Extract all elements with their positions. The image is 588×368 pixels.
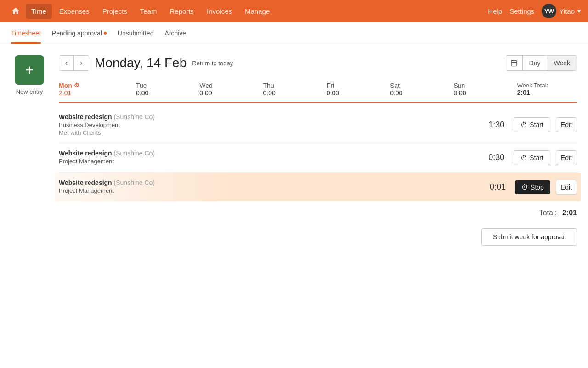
- edit-button-2[interactable]: Edit: [556, 150, 577, 165]
- week-day-sun: Sun: [453, 82, 465, 89]
- entry-info-2: Website redesign (Sunshine Co) Project M…: [59, 150, 478, 166]
- entry-note-1: Met with Clients: [59, 129, 478, 136]
- submit-area: Submit week for approval: [59, 228, 577, 246]
- edit-button-1[interactable]: Edit: [556, 117, 577, 132]
- nav-projects[interactable]: Projects: [97, 4, 133, 19]
- nav-reports[interactable]: Reports: [164, 4, 200, 19]
- week-hours-mon: 2:01: [59, 89, 71, 97]
- entry-time-3: 0:01: [483, 182, 506, 192]
- time-entry-1: Website redesign (Sunshine Co) Business …: [59, 107, 577, 143]
- main-content: + New entry ‹ › Monday, 14 Feb Return to…: [0, 44, 588, 257]
- return-to-today-link[interactable]: Return to today: [192, 60, 233, 67]
- chevron-down-icon: ▾: [577, 7, 581, 15]
- date-nav: ‹ › Monday, 14 Feb Return to today Day W…: [59, 55, 577, 71]
- subnav-unsubmitted[interactable]: Unsubmitted: [118, 22, 154, 44]
- entry-category-1: Business Development: [59, 121, 478, 128]
- week-total-cell: Week Total: 2:01: [514, 80, 577, 98]
- total-label: Total:: [539, 209, 557, 217]
- day-view-button[interactable]: Day: [523, 56, 548, 70]
- edit-button-3[interactable]: Edit: [556, 180, 577, 195]
- view-controls: Day Week: [506, 55, 577, 71]
- nav-right: Help Settings YW Yitao ▾: [488, 4, 581, 18]
- week-view-button[interactable]: Week: [547, 56, 577, 70]
- week-hours-sun: 0:00: [453, 89, 466, 97]
- subnav-archive[interactable]: Archive: [164, 22, 186, 44]
- week-hours-sat: 0:00: [390, 89, 402, 97]
- clock-icon-1: ⏱: [520, 121, 527, 128]
- sidebar: + New entry: [11, 55, 48, 246]
- nav-time[interactable]: Time: [26, 4, 52, 19]
- week-cell-sat: Sat 0:00: [386, 80, 450, 98]
- next-date-button[interactable]: ›: [74, 56, 89, 70]
- start-button-1[interactable]: ⏱ Start: [514, 117, 550, 132]
- date-title: Monday, 14 Feb: [95, 56, 187, 70]
- week-hours-thu: 0:00: [263, 89, 276, 97]
- week-total-hours: 2:01: [517, 89, 530, 96]
- new-entry-label: New entry: [16, 88, 43, 95]
- help-link[interactable]: Help: [488, 7, 502, 15]
- mon-clock-icon: ⏱: [74, 82, 79, 89]
- week-day-fri: Fri: [327, 82, 334, 89]
- week-cell-tue: Tue 0:00: [132, 80, 196, 98]
- sub-nav: Timesheet Pending approval Unsubmitted A…: [0, 22, 588, 44]
- week-hours-tue: 0:00: [136, 89, 148, 97]
- entry-title-2: Website redesign (Sunshine Co): [59, 150, 478, 157]
- week-day-tue: Tue: [136, 82, 147, 89]
- entry-info-1: Website redesign (Sunshine Co) Business …: [59, 113, 478, 136]
- week-cell-mon: Mon ⏱ 2:01: [59, 80, 132, 98]
- submit-week-button[interactable]: Submit week for approval: [481, 228, 577, 246]
- home-button[interactable]: [7, 3, 24, 19]
- prev-date-button[interactable]: ‹: [59, 56, 74, 70]
- week-hours-wed: 0:00: [199, 89, 212, 97]
- entries-area: Website redesign (Sunshine Co) Business …: [59, 107, 577, 201]
- nav-manage[interactable]: Manage: [239, 4, 275, 19]
- user-name: Yitao: [559, 7, 575, 15]
- week-cell-thu: Thu 0:00: [260, 80, 323, 98]
- week-day-mon: Mon ⏱: [59, 82, 79, 89]
- subnav-timesheet[interactable]: Timesheet: [11, 22, 41, 44]
- week-day-thu: Thu: [263, 82, 274, 89]
- new-entry-button[interactable]: +: [15, 55, 44, 85]
- user-menu[interactable]: YW Yitao ▾: [542, 4, 581, 18]
- week-cell-fri: Fri 0:00: [323, 80, 386, 98]
- entry-title-1: Website redesign (Sunshine Co): [59, 113, 478, 121]
- entry-time-1: 1:30: [481, 120, 504, 130]
- week-day-wed: Wed: [199, 82, 213, 89]
- entry-project-3: Website redesign: [59, 179, 112, 186]
- stop-button-3[interactable]: ⏱ Stop: [515, 180, 550, 194]
- timesheet: ‹ › Monday, 14 Feb Return to today Day W…: [59, 55, 577, 246]
- time-entry-2: Website redesign (Sunshine Co) Project M…: [59, 143, 577, 172]
- entry-project-2: Website redesign: [59, 150, 112, 157]
- entry-category-2: Project Management: [59, 158, 478, 165]
- nav-team[interactable]: Team: [135, 4, 163, 19]
- svg-rect-0: [511, 61, 517, 66]
- date-arrows: ‹ ›: [59, 55, 89, 71]
- week-cell-wed: Wed 0:00: [196, 80, 259, 98]
- top-nav: Time Expenses Projects Team Reports Invo…: [0, 0, 588, 22]
- entry-title-3: Website redesign (Sunshine Co): [59, 179, 479, 186]
- week-hours-fri: 0:00: [327, 89, 339, 97]
- week-cell-sun: Sun 0:00: [450, 80, 513, 98]
- clock-icon-2: ⏱: [520, 154, 527, 161]
- avatar: YW: [542, 4, 556, 18]
- total-value: 2:01: [562, 209, 577, 217]
- entry-category-3: Project Management: [59, 187, 479, 194]
- nav-expenses[interactable]: Expenses: [54, 4, 95, 19]
- total-row: Total: 2:01: [59, 201, 577, 224]
- clock-icon-3: ⏱: [521, 184, 528, 191]
- calendar-icon-button[interactable]: [506, 56, 523, 70]
- week-row: Mon ⏱ 2:01 Tue 0:00 Wed 0:00 Thu 0:00 Fr…: [59, 80, 577, 103]
- week-day-sat: Sat: [390, 82, 400, 89]
- nav-invoices[interactable]: Invoices: [201, 4, 237, 19]
- pending-dot: [104, 32, 107, 34]
- entry-time-2: 0:30: [481, 153, 504, 162]
- time-entry-3: Website redesign (Sunshine Co) Project M…: [55, 172, 581, 201]
- start-button-2[interactable]: ⏱ Start: [514, 150, 550, 165]
- entry-info-3: Website redesign (Sunshine Co) Project M…: [59, 179, 479, 195]
- subnav-pending-approval[interactable]: Pending approval: [52, 22, 107, 44]
- entry-project-1: Website redesign: [59, 113, 112, 121]
- settings-link[interactable]: Settings: [509, 7, 534, 15]
- week-total-label: Week Total:: [517, 82, 548, 89]
